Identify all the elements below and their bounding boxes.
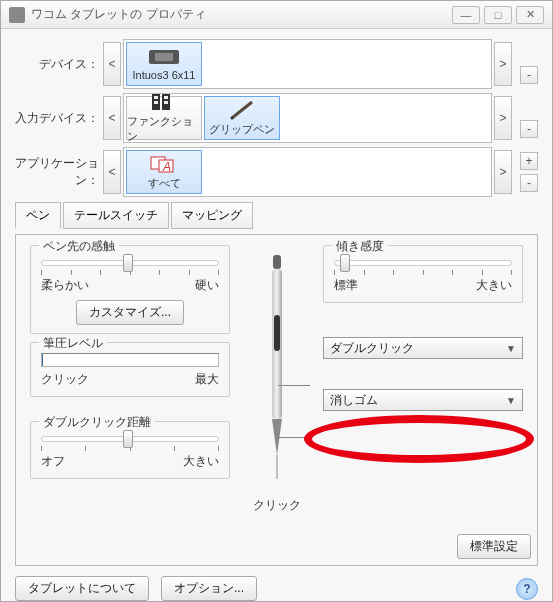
tab-mapping[interactable]: マッピング xyxy=(171,202,253,229)
svg-rect-4 xyxy=(154,96,158,99)
app-card-all[interactable]: A すべて xyxy=(126,150,202,194)
upper-combo-value: ダブルクリック xyxy=(330,340,414,357)
device-remove[interactable]: - xyxy=(520,66,538,84)
tool-card-functions[interactable]: ファンクション xyxy=(126,96,202,140)
device-prev[interactable]: < xyxy=(103,42,121,86)
app-prev[interactable]: < xyxy=(103,150,121,194)
tool-next[interactable]: > xyxy=(494,96,512,140)
dbl-max: 大きい xyxy=(183,453,219,470)
options-button[interactable]: オプション... xyxy=(161,576,257,601)
tip-feel-max: 硬い xyxy=(195,277,219,294)
tilt-title: 傾き感度 xyxy=(332,238,388,255)
device-next[interactable]: > xyxy=(494,42,512,86)
maximize-button[interactable]: □ xyxy=(484,6,512,24)
tip-feel-group: ペン先の感触 柔らかい 硬い カスタマイズ... xyxy=(30,245,230,334)
svg-text:A: A xyxy=(162,160,171,174)
tool-card-grip-pen[interactable]: グリップペン xyxy=(204,96,280,140)
svg-rect-13 xyxy=(273,255,281,269)
svg-rect-15 xyxy=(274,315,280,351)
app-row: アプリケーション： < A すべて > + - xyxy=(15,147,538,197)
tool-remove[interactable]: - xyxy=(520,120,538,138)
app-add[interactable]: + xyxy=(520,152,538,170)
defaults-button[interactable]: 標準設定 xyxy=(457,534,531,559)
annotation-ring xyxy=(304,415,534,463)
chevron-down-icon: ▼ xyxy=(506,395,516,406)
help-button[interactable]: ? xyxy=(516,578,538,600)
dbl-min: オフ xyxy=(41,453,65,470)
titlebar: ワコム タブレットの プロパティ — □ ✕ xyxy=(1,1,552,29)
tool-functions-label: ファンクション xyxy=(127,114,201,144)
app-icon xyxy=(9,7,25,23)
app-remove[interactable]: - xyxy=(520,174,538,192)
tool-row: 入力デバイス： < ファンクション グリップペン > xyxy=(15,93,538,143)
svg-rect-5 xyxy=(154,101,158,104)
pen-graphic xyxy=(262,255,292,485)
app-strip: A すべて xyxy=(123,147,492,197)
tool-label: 入力デバイス： xyxy=(15,110,103,127)
lower-combo-value: 消しゴム xyxy=(330,392,378,409)
svg-rect-6 xyxy=(164,96,168,99)
pressure-max: 最大 xyxy=(195,371,219,388)
pressure-min: クリック xyxy=(41,371,89,388)
tip-feel-title: ペン先の感触 xyxy=(39,238,119,255)
double-click-group: ダブルクリック距離 オフ 大きい xyxy=(30,421,230,479)
device-strip: Intuos3 6x11 xyxy=(123,39,492,89)
tilt-min: 標準 xyxy=(334,277,358,294)
tabs: ペン テールスイッチ マッピング xyxy=(15,202,538,229)
svg-point-9 xyxy=(231,116,234,119)
device-label: デバイス： xyxy=(15,56,103,73)
device-card[interactable]: Intuos3 6x11 xyxy=(126,42,202,86)
connector-line xyxy=(278,385,310,386)
tool-grip-pen-label: グリップペン xyxy=(209,122,275,137)
close-button[interactable]: ✕ xyxy=(516,6,544,24)
tilt-group: 傾き感度 標準 大きい xyxy=(323,245,523,303)
app-all-label: すべて xyxy=(148,176,181,191)
chevron-down-icon: ▼ xyxy=(506,343,516,354)
svg-rect-1 xyxy=(155,53,173,61)
svg-line-8 xyxy=(232,102,252,118)
click-label: クリック xyxy=(253,497,301,514)
minimize-button[interactable]: — xyxy=(452,6,480,24)
tool-prev[interactable]: < xyxy=(103,96,121,140)
tab-tail-switch[interactable]: テールスイッチ xyxy=(63,202,169,229)
device-row: デバイス： < Intuos3 6x11 > - xyxy=(15,39,538,89)
tip-feel-slider[interactable]: 柔らかい 硬い xyxy=(41,260,219,294)
pressure-bar xyxy=(41,353,219,367)
app-next[interactable]: > xyxy=(494,150,512,194)
lower-button-combo[interactable]: 消しゴム ▼ xyxy=(323,389,523,411)
about-button[interactable]: タブレットについて xyxy=(15,576,149,601)
tab-pen[interactable]: ペン xyxy=(15,202,61,229)
dbl-title: ダブルクリック距離 xyxy=(39,414,155,431)
dbl-slider[interactable]: オフ 大きい xyxy=(41,436,219,470)
tilt-max: 大きい xyxy=(476,277,512,294)
grip-pen-icon xyxy=(222,100,262,120)
window-title: ワコム タブレットの プロパティ xyxy=(31,6,448,23)
tablet-icon xyxy=(144,47,184,67)
app-label: アプリケーション： xyxy=(15,155,103,189)
customize-button[interactable]: カスタマイズ... xyxy=(76,300,184,325)
all-apps-icon: A xyxy=(144,154,184,174)
upper-button-combo[interactable]: ダブルクリック ▼ xyxy=(323,337,523,359)
pressure-group: 筆圧レベル クリック 最大 xyxy=(30,342,230,397)
svg-rect-7 xyxy=(164,101,168,104)
device-card-label: Intuos3 6x11 xyxy=(133,69,196,81)
functions-icon xyxy=(144,92,184,112)
tab-pane-pen: ペン先の感触 柔らかい 硬い カスタマイズ... xyxy=(15,234,538,566)
window: ワコム タブレットの プロパティ — □ ✕ デバイス： < Intuos3 6… xyxy=(0,0,553,602)
tool-strip: ファンクション グリップペン xyxy=(123,93,492,143)
tip-feel-min: 柔らかい xyxy=(41,277,89,294)
pressure-title: 筆圧レベル xyxy=(39,335,107,352)
tilt-slider[interactable]: 標準 大きい xyxy=(334,260,512,294)
